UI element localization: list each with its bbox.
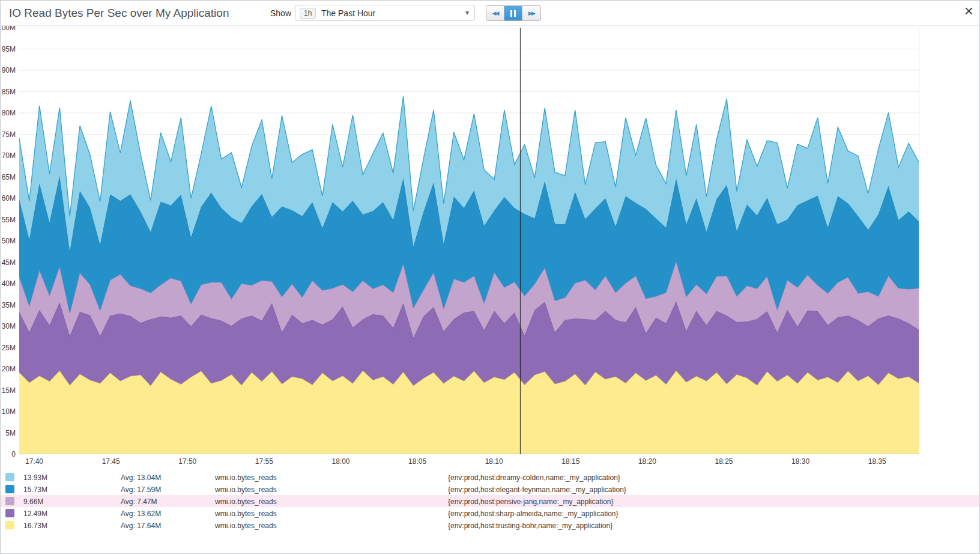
widget-window: { "header": { "title": "IO Read Bytes Pe… xyxy=(0,0,980,554)
legend-row[interactable]: 16.73M Avg: 17.64M wmi.io.bytes_reads {e… xyxy=(1,519,979,531)
y-axis: 05M10M15M20M25M30M35M40M45M50M55M60M65M7… xyxy=(1,28,17,454)
series-scope: {env:prod,host:pensive-jang,name:_my_app… xyxy=(448,498,614,506)
legend-row[interactable]: 13.93M Avg: 13.04M wmi.io.bytes_reads {e… xyxy=(1,471,979,483)
series-scope: {env:prod,host:elegant-feynman,name:_my_… xyxy=(448,486,626,494)
rewind-button[interactable]: ◀◀ xyxy=(486,6,504,20)
y-axis-tick: 65M xyxy=(2,173,16,181)
series-current-value: 12.49M xyxy=(23,510,47,518)
timeframe-dropdown[interactable]: 1h The Past Hour ▾ xyxy=(295,5,475,21)
timeframe-label: The Past Hour xyxy=(321,8,375,18)
series-metric-name: wmi.io.bytes_reads xyxy=(215,498,277,506)
series-metric-name: wmi.io.bytes_reads xyxy=(215,486,277,494)
playback-controls: ◀◀ ▶▶ xyxy=(486,5,541,21)
legend-row[interactable]: 15.73M Avg: 17.59M wmi.io.bytes_reads {e… xyxy=(1,483,979,495)
forward-button[interactable]: ▶▶ xyxy=(522,6,540,20)
series-metric-name: wmi.io.bytes_reads xyxy=(215,522,277,530)
series-avg-value: Avg: 13.62M xyxy=(121,510,161,518)
series-metric-name: wmi.io.bytes_reads xyxy=(215,510,277,518)
x-axis-tick: 18:15 xyxy=(561,457,579,466)
series-color-swatch xyxy=(5,497,14,505)
series-color-swatch xyxy=(5,521,14,529)
plot-area[interactable] xyxy=(19,28,919,454)
y-axis-tick: 75M xyxy=(2,130,16,139)
series-metric-name: wmi.io.bytes_reads xyxy=(215,473,277,482)
y-axis-tick: 0 xyxy=(11,450,16,458)
series-avg-value: Avg: 17.64M xyxy=(121,522,161,530)
y-axis-tick: 80M xyxy=(2,109,16,117)
close-button[interactable]: × xyxy=(964,3,973,19)
series-scope: {env:prod,host:dreamy-colden,name:_my_ap… xyxy=(448,473,620,482)
page-title: IO Read Bytes Per Sec over My Applicatio… xyxy=(9,7,229,20)
x-axis-tick: 18:35 xyxy=(868,457,886,466)
series-scope: {env:prod,host:trusting-bohr,name:_my_ap… xyxy=(448,522,612,530)
x-axis-tick: 18:30 xyxy=(791,457,809,466)
x-axis-tick: 18:20 xyxy=(638,457,656,466)
series-color-swatch xyxy=(5,485,14,493)
show-label: Show xyxy=(270,8,291,18)
x-axis-tick: 18:05 xyxy=(408,457,426,466)
y-axis-tick: 30M xyxy=(2,322,16,330)
x-axis-tick: 18:25 xyxy=(715,457,733,466)
y-axis-tick: 60M xyxy=(2,194,16,202)
y-axis-tick: 25M xyxy=(2,344,16,352)
rewind-icon: ◀◀ xyxy=(492,10,498,16)
y-axis-tick: 10M xyxy=(2,407,16,416)
y-axis-tick: 20M xyxy=(2,365,16,373)
x-axis-tick: 17:45 xyxy=(102,457,120,466)
x-axis-tick: 17:55 xyxy=(255,457,273,466)
legend-row[interactable]: 9.66M Avg: 7.47M wmi.io.bytes_reads {env… xyxy=(1,495,979,507)
series-color-swatch xyxy=(5,509,14,517)
widget-header: IO Read Bytes Per Sec over My Applicatio… xyxy=(1,1,979,26)
y-axis-tick: 70M xyxy=(2,151,16,160)
x-axis-tick: 18:10 xyxy=(485,457,503,466)
series-current-value: 15.73M xyxy=(23,486,47,494)
series-color-swatch xyxy=(5,473,14,481)
y-axis-tick: 5M xyxy=(5,429,16,437)
chart-svg xyxy=(19,28,919,454)
series-avg-value: Avg: 13.04M xyxy=(121,473,161,482)
forward-icon: ▶▶ xyxy=(528,10,534,16)
area-series-trusting-bohr xyxy=(19,371,919,454)
x-axis-tick: 18:00 xyxy=(331,457,349,466)
y-axis-tick: 40M xyxy=(2,279,16,288)
series-current-value: 9.66M xyxy=(23,498,43,506)
pause-button[interactable] xyxy=(504,6,522,20)
x-axis-tick: 17:50 xyxy=(178,457,196,466)
series-avg-value: Avg: 7.47M xyxy=(121,498,157,506)
x-axis: 17:4017:4517:5017:5518:0018:0518:1018:15… xyxy=(19,455,919,466)
y-axis-tick: 15M xyxy=(2,386,16,395)
y-axis-tick: 45M xyxy=(2,258,16,267)
series-scope: {env:prod,host:sharp-almeida,name:_my_ap… xyxy=(448,510,619,518)
y-axis-tick: 90M xyxy=(2,66,16,75)
y-axis-tick: 85M xyxy=(2,88,16,96)
legend: 13.93M Avg: 13.04M wmi.io.bytes_reads {e… xyxy=(1,471,979,531)
pause-icon xyxy=(510,10,516,17)
y-axis-tick: 95M xyxy=(2,45,16,53)
x-axis-tick: 17:40 xyxy=(25,457,43,466)
chevron-down-icon: ▾ xyxy=(465,8,469,17)
y-axis-tick: 50M xyxy=(2,237,16,245)
y-axis-tick: 35M xyxy=(2,301,16,309)
series-current-value: 13.93M xyxy=(23,473,47,482)
series-avg-value: Avg: 17.59M xyxy=(121,486,161,494)
legend-row[interactable]: 12.49M Avg: 13.62M wmi.io.bytes_reads {e… xyxy=(1,507,979,519)
y-axis-tick: 55M xyxy=(2,216,16,224)
series-current-value: 16.73M xyxy=(23,522,47,530)
timeframe-badge: 1h xyxy=(300,8,316,19)
